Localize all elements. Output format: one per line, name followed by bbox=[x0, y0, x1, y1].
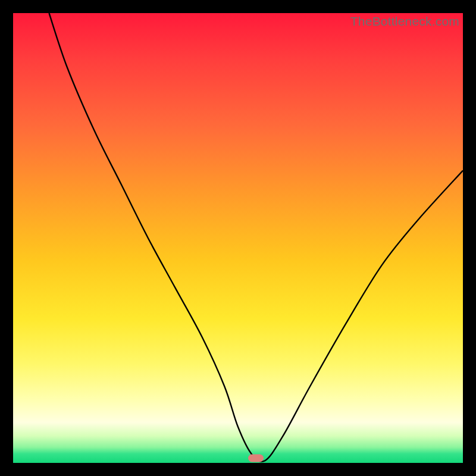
chart-frame: TheBottleneck.com bbox=[0, 0, 476, 476]
curve-path bbox=[49, 13, 463, 462]
optimal-marker bbox=[248, 455, 264, 462]
plot-area: TheBottleneck.com bbox=[13, 13, 463, 463]
bottleneck-curve bbox=[13, 13, 463, 463]
